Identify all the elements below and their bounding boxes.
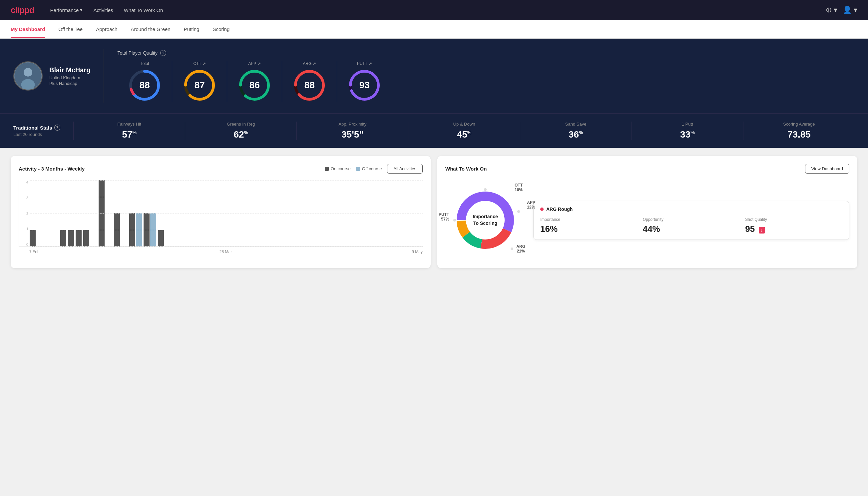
shot-quality-badge: ↓	[759, 227, 765, 233]
legend-on-course-dot	[325, 167, 329, 171]
wtwon-inner: OTT 10% APP 12% ARG 21% PUTT 57%	[445, 180, 849, 260]
trad-stats-info-icon[interactable]: ?	[54, 125, 60, 130]
detail-shot-quality: Shot Quality 95 ↓	[745, 217, 842, 234]
ring-putt: 93	[348, 68, 381, 102]
nav-activities[interactable]: Activities	[93, 7, 113, 13]
bar-chart: 4 3 2 1 0	[19, 180, 423, 247]
ring-total: 88	[128, 68, 161, 102]
avatar	[13, 61, 43, 91]
donut-center-text: Importance To Scoring	[473, 214, 498, 227]
stat-greens-in-reg: Greens In Reg 62%	[185, 122, 297, 140]
detail-importance: Importance 16%	[540, 217, 637, 234]
y-gridlines	[30, 180, 423, 247]
detail-card-dot	[540, 207, 543, 211]
scores-row: Total 88 OTT ↗	[117, 61, 855, 102]
sub-nav: My Dashboard Off the Tee Approach Around…	[0, 20, 868, 38]
score-arg-label: ARG ↗	[303, 61, 316, 66]
score-putt: PUTT ↗ 93	[337, 61, 392, 102]
detail-opportunity: Opportunity 44%	[643, 217, 740, 234]
score-arg: ARG ↗ 88	[282, 61, 337, 102]
trad-stats-label: Traditional Stats ? Last 20 rounds	[13, 125, 73, 137]
detail-metrics: Importance 16% Opportunity 44% Shot Qual…	[540, 217, 842, 234]
tpq-info-icon[interactable]: ?	[160, 50, 166, 56]
svg-point-2	[21, 79, 35, 90]
score-putt-value: 93	[359, 80, 370, 91]
tab-putting[interactable]: Putting	[184, 20, 200, 38]
score-app: APP ↗ 86	[227, 61, 282, 102]
nav-what-to-work-on[interactable]: What To Work On	[124, 7, 163, 13]
activity-panel-title: Activity - 3 Months - Weekly	[19, 166, 84, 172]
donut-dot-ott	[484, 188, 487, 191]
detail-card-title: ARG Rough	[540, 206, 842, 212]
stat-scoring-average: Scoring Average 73.85	[743, 122, 855, 140]
panels: Activity - 3 Months - Weekly On course O…	[0, 148, 868, 276]
activity-panel: Activity - 3 Months - Weekly On course O…	[11, 156, 431, 268]
donut-label-putt: PUTT 57%	[439, 212, 449, 221]
tab-my-dashboard[interactable]: My Dashboard	[11, 20, 45, 38]
svg-point-1	[23, 68, 32, 77]
ring-app: 86	[238, 68, 271, 102]
stat-1-putt: 1 Putt 33%	[632, 122, 743, 140]
add-button[interactable]: ⊕ ▾	[826, 6, 837, 14]
stat-up-and-down: Up & Down 45%	[408, 122, 520, 140]
nav-right: ⊕ ▾ 👤 ▾	[826, 6, 857, 14]
score-ott-label: OTT ↗	[193, 61, 206, 66]
score-total-value: 88	[140, 80, 150, 91]
player-handicap: Plus Handicap	[49, 81, 90, 86]
nav-performance[interactable]: Performance ▾	[50, 7, 83, 13]
score-total-label: Total	[141, 61, 149, 66]
player-country: United Kingdom	[49, 75, 90, 80]
score-arg-value: 88	[304, 80, 315, 91]
score-app-value: 86	[250, 80, 260, 91]
wtwon-panel: What To Work On View Dashboard OTT 10% A…	[437, 156, 857, 268]
view-dashboard-button[interactable]: View Dashboard	[805, 164, 849, 173]
donut-label-app: APP 12%	[527, 200, 535, 210]
tpq-section: Total Player Quality ? Total 88	[117, 50, 855, 102]
donut-wrapper: OTT 10% APP 12% ARG 21% PUTT 57%	[445, 180, 525, 260]
y-axis: 4 3 2 1 0	[19, 180, 28, 247]
tab-approach[interactable]: Approach	[96, 20, 117, 38]
score-app-label: APP ↗	[248, 61, 261, 66]
tab-scoring[interactable]: Scoring	[212, 20, 230, 38]
wtwon-panel-title: What To Work On	[445, 166, 487, 172]
all-activities-button[interactable]: All Activities	[387, 164, 423, 173]
stat-fairways-hit: Fairways Hit 57%	[73, 122, 185, 140]
bar-chart-wrapper: 4 3 2 1 0 7 Feb 28 Mar 9 May	[19, 180, 423, 254]
tab-around-the-green[interactable]: Around the Green	[130, 20, 170, 38]
ring-arg: 88	[293, 68, 326, 102]
legend-on-course: On course	[325, 166, 351, 171]
activity-legend: On course Off course	[325, 166, 382, 171]
donut-dot-putt	[453, 219, 456, 221]
tpq-label: Total Player Quality ?	[117, 50, 855, 56]
player-name: Blair McHarg	[49, 66, 90, 74]
wtwon-panel-header: What To Work On View Dashboard	[445, 164, 849, 173]
stat-sand-save: Sand Save 36%	[520, 122, 632, 140]
score-ott-value: 87	[194, 80, 205, 91]
traditional-stats: Traditional Stats ? Last 20 rounds Fairw…	[0, 113, 868, 148]
donut-dot-arg	[510, 248, 513, 250]
nav-links: Performance ▾ Activities What To Work On	[50, 7, 826, 13]
detail-card: ARG Rough Importance 16% Opportunity 44%…	[533, 201, 849, 240]
hero-section: Blair McHarg United Kingdom Plus Handica…	[0, 38, 868, 113]
divider	[104, 49, 104, 103]
top-nav: clippd Performance ▾ Activities What To …	[0, 0, 868, 20]
x-labels: 7 Feb 28 Mar 9 May	[19, 249, 423, 254]
legend-off-course-dot	[356, 167, 360, 171]
ring-ott: 87	[183, 68, 216, 102]
score-putt-label: PUTT ↗	[357, 61, 372, 66]
logo: clippd	[11, 5, 34, 15]
tab-off-the-tee[interactable]: Off the Tee	[58, 20, 83, 38]
donut-dot-app	[517, 210, 520, 213]
user-menu-button[interactable]: 👤 ▾	[843, 6, 857, 14]
player-details: Blair McHarg United Kingdom Plus Handica…	[49, 66, 90, 86]
activity-panel-header: Activity - 3 Months - Weekly On course O…	[19, 164, 423, 173]
legend-off-course: Off course	[356, 166, 382, 171]
score-total: Total 88	[117, 61, 172, 102]
stat-app-proximity: App. Proximity 35'5"	[297, 122, 408, 140]
hero-inner: Blair McHarg United Kingdom Plus Handica…	[13, 49, 855, 103]
player-info: Blair McHarg United Kingdom Plus Handica…	[13, 61, 90, 91]
score-ott: OTT ↗ 87	[172, 61, 227, 102]
